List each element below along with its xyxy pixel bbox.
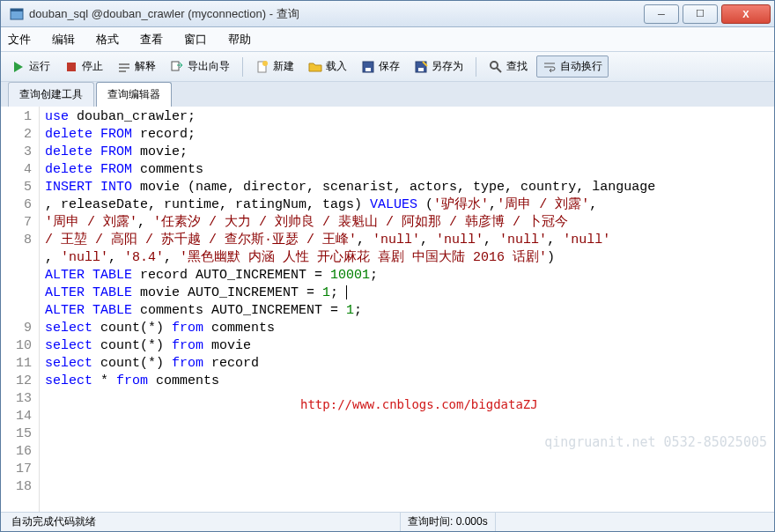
load-button[interactable]: 载入 <box>303 56 352 77</box>
menu-file[interactable]: 文件 <box>8 32 31 48</box>
svg-rect-1 <box>11 9 23 11</box>
toolbar: 运行 停止 解释 导出向导 新建 载入 保存 另存为 <box>1 52 774 82</box>
svg-rect-11 <box>365 68 371 71</box>
code-area[interactable]: use douban_crawler;delete FROM record;de… <box>40 107 774 512</box>
svg-rect-4 <box>119 63 129 65</box>
code-editor[interactable]: 12345678 9101112131415161718 use douban_… <box>1 107 774 512</box>
titlebar[interactable]: douban_sql @douban_crawler (myconnection… <box>1 1 774 27</box>
export-label: 导出向导 <box>188 59 230 74</box>
minimize-button[interactable]: ─ <box>644 4 679 24</box>
find-label: 查找 <box>506 59 528 74</box>
explain-icon <box>117 60 131 74</box>
window-title: douban_sql @douban_crawler (myconnection… <box>29 6 644 22</box>
auto-wrap-label: 自动换行 <box>560 59 602 74</box>
svg-line-15 <box>497 68 501 72</box>
menu-format[interactable]: 格式 <box>96 32 119 48</box>
save-label: 保存 <box>379 59 400 74</box>
play-icon <box>11 60 26 74</box>
wrap-icon <box>542 60 557 74</box>
menu-window[interactable]: 窗口 <box>184 32 207 48</box>
maximize-button[interactable]: ☐ <box>683 4 718 24</box>
run-label: 运行 <box>29 59 50 74</box>
svg-rect-5 <box>119 67 129 69</box>
svg-marker-2 <box>14 62 23 72</box>
export-wizard-button[interactable]: 导出向导 <box>165 56 235 77</box>
svg-rect-7 <box>172 62 179 70</box>
app-icon <box>10 7 24 21</box>
svg-point-14 <box>491 62 498 69</box>
find-button[interactable]: 查找 <box>483 56 533 77</box>
statusbar: 自动完成代码就绪 查询时间: 0.000s <box>1 512 774 531</box>
menu-edit[interactable]: 编辑 <box>52 32 75 48</box>
stop-icon <box>64 60 78 74</box>
menubar: 文件 编辑 格式 查看 窗口 帮助 <box>1 27 774 52</box>
menu-view[interactable]: 查看 <box>140 32 163 48</box>
application-window: douban_sql @douban_crawler (myconnection… <box>0 0 775 532</box>
tab-query-editor[interactable]: 查询编辑器 <box>96 82 172 107</box>
folder-open-icon <box>308 60 322 74</box>
new-button[interactable]: 新建 <box>250 56 299 77</box>
save-icon <box>361 60 375 74</box>
svg-rect-6 <box>119 70 126 72</box>
new-label: 新建 <box>273 59 294 74</box>
save-as-button[interactable]: 另存为 <box>409 56 469 77</box>
menu-help[interactable]: 帮助 <box>228 32 251 48</box>
status-left: 自动完成代码就绪 <box>4 513 401 531</box>
window-controls: ─ ☐ X <box>644 4 771 24</box>
editor-tabs: 查询创建工具 查询编辑器 <box>1 82 774 107</box>
save-as-icon <box>414 60 428 74</box>
stop-button[interactable]: 停止 <box>59 56 108 77</box>
search-icon <box>489 60 503 74</box>
export-icon <box>170 60 184 74</box>
svg-rect-3 <box>67 63 76 71</box>
tab-query-builder[interactable]: 查询创建工具 <box>8 82 94 107</box>
new-icon <box>255 60 269 74</box>
stop-label: 停止 <box>82 59 103 74</box>
svg-point-9 <box>262 61 268 66</box>
run-button[interactable]: 运行 <box>6 56 55 77</box>
load-label: 载入 <box>326 59 347 74</box>
save-button[interactable]: 保存 <box>356 56 405 77</box>
status-right: 查询时间: 0.000s <box>401 513 496 531</box>
svg-rect-13 <box>418 68 424 71</box>
auto-wrap-button[interactable]: 自动换行 <box>536 55 609 78</box>
close-button[interactable]: X <box>721 4 771 24</box>
toolbar-separator <box>476 57 476 77</box>
explain-button[interactable]: 解释 <box>112 56 161 77</box>
toolbar-separator <box>242 57 243 77</box>
save-as-label: 另存为 <box>432 59 463 74</box>
explain-label: 解释 <box>135 59 156 74</box>
line-number-gutter: 12345678 9101112131415161718 <box>1 107 40 512</box>
